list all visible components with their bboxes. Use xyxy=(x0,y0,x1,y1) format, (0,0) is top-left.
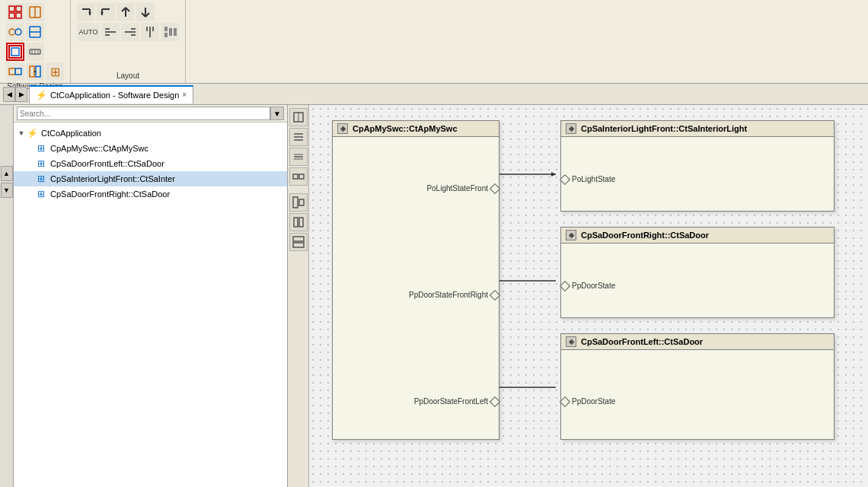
toolbar-icon-1[interactable] xyxy=(6,3,24,21)
comp-door-left-box[interactable]: ◈ CpSaDoorFrontLeft::CtSaDoor PpDoorStat… xyxy=(560,333,834,440)
toolbar-row-2: ⊞ xyxy=(6,62,64,81)
toolbar-icon-6[interactable] xyxy=(26,43,44,61)
vtool-connect[interactable] xyxy=(289,167,308,186)
tab-title: CtCoApplication - Software Design xyxy=(50,91,179,100)
svg-marker-27 xyxy=(101,12,104,15)
layout-icon-2[interactable] xyxy=(97,3,115,21)
svg-rect-1 xyxy=(16,6,21,11)
vertical-toolbar xyxy=(288,105,309,487)
tab-bar: ◀ ▶ ⚡ CtCoApplication - Software Design … xyxy=(0,84,868,105)
vtool-select[interactable] xyxy=(289,108,308,126)
comp-main-box[interactable]: ◈ CpApMySwc::CtApMySwc PoLightStateFront… xyxy=(332,120,499,440)
svg-rect-58 xyxy=(299,199,304,205)
comp-main-icon: ◈ xyxy=(337,123,348,134)
scroll-down-btn[interactable]: ▼ xyxy=(1,183,13,198)
svg-rect-43 xyxy=(164,27,168,31)
tree-panel: ▼ ▼ ⚡ CtCoApplication ⊞ CpApMySwc::CtApM… xyxy=(14,105,288,487)
layout-icon-1[interactable] xyxy=(77,3,95,21)
tree-content: ▼ ⚡ CtCoApplication ⊞ CpApMySwc::CtApMyS… xyxy=(14,123,287,487)
comp-door-right-box[interactable]: ◈ CpSaDoorFrontRight::CtSaDoor PpDoorSta… xyxy=(560,227,834,318)
svg-rect-46 xyxy=(174,28,177,36)
toolbar-icon-8[interactable] xyxy=(26,62,44,81)
tab-prev-btn[interactable]: ◀ xyxy=(3,87,15,102)
svg-rect-19 xyxy=(30,66,34,77)
svg-rect-0 xyxy=(9,6,14,11)
port-light-diamond[interactable] xyxy=(490,183,500,193)
tab-next-btn[interactable]: ▶ xyxy=(15,87,27,102)
toolbar-icon-2[interactable] xyxy=(26,3,44,21)
tree-expand-root[interactable]: ▼ xyxy=(17,129,26,138)
layout-icon-4[interactable] xyxy=(136,3,155,21)
toolbar-icon-grid xyxy=(6,3,64,61)
tree-icon-comp-1: ⊞ xyxy=(35,142,47,154)
port-door-left-out: PpDoorStateFrontLeft xyxy=(414,397,499,406)
port-door-right-diamond[interactable] xyxy=(490,289,500,300)
tree-item-1[interactable]: ⊞ CpApMySwc::CtApMySwc xyxy=(14,141,287,156)
layout-row-2: AUTO xyxy=(77,23,179,41)
toolbar-icon-9[interactable]: ⊞ xyxy=(46,62,64,81)
port-door-left-label: PpDoorStateFrontLeft xyxy=(414,397,488,406)
port-door-right-out: PpDoorStateFrontRight xyxy=(409,291,499,299)
vtool-pan[interactable] xyxy=(289,148,308,166)
layout-icon-5[interactable] xyxy=(101,23,120,41)
toolbar-icon-5-active[interactable] xyxy=(6,43,24,61)
layout-icon-auto[interactable]: AUTO xyxy=(77,23,100,41)
svg-rect-61 xyxy=(293,237,304,241)
vtool-separator-1 xyxy=(289,187,308,192)
left-scroll-area: ▲ ▼ xyxy=(0,105,14,487)
tree-item-4[interactable]: ⊞ CpSaDoorFrontRight::CtSaDoor xyxy=(14,186,287,202)
toolbar-icon-4[interactable] xyxy=(26,23,44,41)
vtool-group[interactable] xyxy=(289,213,308,231)
tree-search-bar: ▼ xyxy=(14,105,287,123)
layout-icon-7[interactable] xyxy=(141,23,159,41)
port-light-in: PoLightState xyxy=(561,175,615,183)
layout-icon-3[interactable] xyxy=(116,3,135,21)
tree-item-root[interactable]: ▼ ⚡ CtCoApplication xyxy=(14,126,287,141)
tree-search-input[interactable] xyxy=(17,107,270,120)
port-door-right-in-diamond[interactable] xyxy=(560,280,570,291)
layout-icon-6[interactable] xyxy=(121,23,139,41)
layout-row-1 xyxy=(77,3,179,21)
tree-icon-comp-3: ⊞ xyxy=(35,173,47,185)
scroll-up-btn[interactable]: ▲ xyxy=(1,166,13,181)
comp-interior-light-body: PoLightState xyxy=(561,137,834,167)
vtool-arrange[interactable] xyxy=(289,193,308,212)
tree-icon-comp-2: ⊞ xyxy=(35,158,47,170)
port-door-left-diamond[interactable] xyxy=(490,396,500,406)
tree-label-1: CpApMySwc::CtApMySwc xyxy=(50,144,148,153)
port-door-right-in: PpDoorState xyxy=(561,282,615,290)
svg-point-7 xyxy=(15,29,21,35)
tree-item-2[interactable]: ⊞ CpSaDoorFrontLeft::CtSaDoor xyxy=(14,156,287,171)
comp-door-right-icon: ◈ xyxy=(566,230,576,240)
svg-rect-20 xyxy=(36,66,40,77)
svg-rect-2 xyxy=(9,13,14,18)
tree-label-2: CpSaDoorFrontLeft::CtSaDoor xyxy=(50,159,164,168)
svg-rect-62 xyxy=(293,243,304,247)
port-light-label: PoLightStateFront xyxy=(426,184,488,193)
svg-rect-56 xyxy=(299,174,304,179)
main-tab[interactable]: ⚡ CtCoApplication - Software Design × xyxy=(29,85,193,103)
port-door-left-in-diamond[interactable] xyxy=(560,396,570,406)
comp-interior-light-header: ◈ CpSaInteriorLightFront::CtSaInteriorLi… xyxy=(561,121,834,137)
tree-icon-app: ⚡ xyxy=(26,127,38,139)
tab-close-btn[interactable]: × xyxy=(182,91,187,99)
tree-search-btn[interactable]: ▼ xyxy=(270,107,284,120)
layout-icon-8[interactable] xyxy=(161,23,179,41)
comp-door-right-header: ◈ CpSaDoorFrontRight::CtSaDoor xyxy=(561,228,834,244)
port-light-in-diamond[interactable] xyxy=(560,173,570,184)
vtool-layout[interactable] xyxy=(289,233,308,251)
vtool-zoom[interactable] xyxy=(289,128,308,146)
comp-interior-light-box[interactable]: ◈ CpSaInteriorLightFront::CtSaInteriorLi… xyxy=(560,120,834,212)
port-light-out: PoLightStateFront xyxy=(426,184,499,193)
tree-item-3[interactable]: ⊞ CpSaInteriorLightFront::CtSaInter xyxy=(14,171,287,186)
comp-interior-light-icon: ◈ xyxy=(566,123,576,134)
toolbar-icon-7[interactable] xyxy=(6,62,24,81)
tree-icon-comp-4: ⊞ xyxy=(35,188,47,200)
svg-marker-24 xyxy=(88,12,91,15)
svg-rect-44 xyxy=(164,33,168,37)
svg-rect-57 xyxy=(293,197,298,208)
canvas-area[interactable]: ◈ CpApMySwc::CtApMySwc PoLightStateFront… xyxy=(309,105,868,487)
svg-rect-55 xyxy=(293,174,298,179)
toolbar-icon-3[interactable] xyxy=(6,23,24,41)
tree-label-4: CpSaDoorFrontRight::CtSaDoor xyxy=(50,189,170,199)
